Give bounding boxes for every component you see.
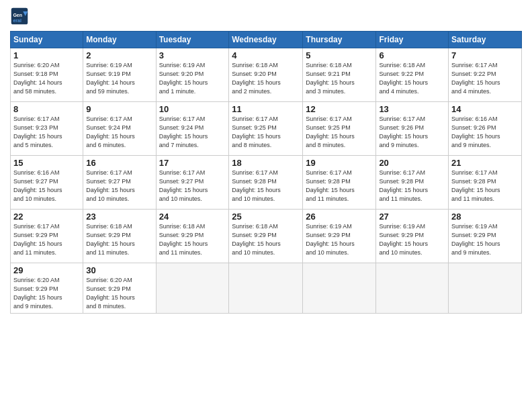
day-info: Sunrise: 6:17 AM Sunset: 9:28 PM Dayligh… — [306, 169, 373, 203]
calendar-cell — [449, 263, 522, 314]
calendar-cell: 13Sunrise: 6:17 AM Sunset: 9:26 PM Dayli… — [376, 102, 449, 156]
day-info: Sunrise: 6:17 AM Sunset: 9:28 PM Dayligh… — [451, 169, 519, 203]
calendar-week-4: 22Sunrise: 6:17 AM Sunset: 9:29 PM Dayli… — [11, 210, 522, 263]
day-info: Sunrise: 6:16 AM Sunset: 9:26 PM Dayligh… — [451, 115, 519, 150]
day-number: 30 — [86, 265, 152, 275]
calendar-cell: 28Sunrise: 6:19 AM Sunset: 9:29 PM Dayli… — [449, 210, 522, 263]
day-info: Sunrise: 6:19 AM Sunset: 9:20 PM Dayligh… — [159, 61, 226, 96]
day-info: Sunrise: 6:17 AM Sunset: 9:27 PM Dayligh… — [159, 169, 226, 203]
day-info: Sunrise: 6:17 AM Sunset: 9:23 PM Dayligh… — [13, 115, 80, 150]
calendar-cell — [376, 263, 449, 314]
day-info: Sunrise: 6:18 AM Sunset: 9:21 PM Dayligh… — [306, 61, 373, 96]
day-number: 8 — [13, 104, 80, 114]
calendar-cell: 17Sunrise: 6:17 AM Sunset: 9:27 PM Dayli… — [156, 156, 229, 210]
calendar-cell: 29Sunrise: 6:20 AM Sunset: 9:29 PM Dayli… — [11, 263, 83, 314]
day-number: 28 — [451, 212, 519, 222]
calendar-cell — [156, 263, 229, 314]
day-info: Sunrise: 6:17 AM Sunset: 9:24 PM Dayligh… — [86, 115, 152, 150]
logo: Gen eral — [10, 7, 32, 26]
day-number: 26 — [306, 212, 373, 222]
page-header: Gen eral — [10, 7, 522, 26]
day-number: 29 — [13, 265, 80, 275]
day-number: 12 — [306, 104, 373, 114]
calendar-cell: 11Sunrise: 6:17 AM Sunset: 9:25 PM Dayli… — [229, 102, 303, 156]
calendar-cell: 27Sunrise: 6:19 AM Sunset: 9:29 PM Dayli… — [376, 210, 449, 263]
calendar-cell: 15Sunrise: 6:16 AM Sunset: 9:27 PM Dayli… — [11, 156, 83, 210]
calendar-cell: 2Sunrise: 6:19 AM Sunset: 9:19 PM Daylig… — [83, 48, 156, 102]
day-info: Sunrise: 6:17 AM Sunset: 9:29 PM Dayligh… — [13, 222, 80, 257]
calendar-cell: 4Sunrise: 6:18 AM Sunset: 9:20 PM Daylig… — [229, 48, 303, 102]
day-info: Sunrise: 6:20 AM Sunset: 9:29 PM Dayligh… — [86, 276, 152, 311]
calendar-cell: 14Sunrise: 6:16 AM Sunset: 9:26 PM Dayli… — [449, 102, 522, 156]
day-info: Sunrise: 6:20 AM Sunset: 9:29 PM Dayligh… — [13, 276, 80, 311]
day-number: 15 — [13, 158, 80, 168]
col-header-thursday: Thursday — [303, 32, 376, 48]
day-number: 19 — [306, 158, 373, 168]
day-info: Sunrise: 6:18 AM Sunset: 9:22 PM Dayligh… — [379, 61, 445, 96]
day-number: 14 — [451, 104, 519, 114]
day-number: 7 — [451, 50, 519, 60]
calendar-cell: 18Sunrise: 6:17 AM Sunset: 9:28 PM Dayli… — [229, 156, 303, 210]
calendar-cell: 8Sunrise: 6:17 AM Sunset: 9:23 PM Daylig… — [11, 102, 83, 156]
day-number: 13 — [379, 104, 445, 114]
day-number: 22 — [13, 212, 80, 222]
calendar-cell: 19Sunrise: 6:17 AM Sunset: 9:28 PM Dayli… — [303, 156, 376, 210]
day-info: Sunrise: 6:18 AM Sunset: 9:20 PM Dayligh… — [232, 61, 300, 96]
day-info: Sunrise: 6:17 AM Sunset: 9:22 PM Dayligh… — [451, 61, 519, 96]
calendar-cell: 30Sunrise: 6:20 AM Sunset: 9:29 PM Dayli… — [83, 263, 156, 314]
logo-icon: Gen eral — [10, 7, 29, 26]
calendar-week-2: 8Sunrise: 6:17 AM Sunset: 9:23 PM Daylig… — [11, 102, 522, 156]
day-number: 4 — [232, 50, 300, 60]
calendar-cell: 20Sunrise: 6:17 AM Sunset: 9:28 PM Dayli… — [376, 156, 449, 210]
calendar-cell: 5Sunrise: 6:18 AM Sunset: 9:21 PM Daylig… — [303, 48, 376, 102]
day-number: 24 — [159, 212, 226, 222]
calendar-cell: 26Sunrise: 6:19 AM Sunset: 9:29 PM Dayli… — [303, 210, 376, 263]
day-info: Sunrise: 6:20 AM Sunset: 9:18 PM Dayligh… — [13, 61, 80, 96]
calendar-cell: 10Sunrise: 6:17 AM Sunset: 9:24 PM Dayli… — [156, 102, 229, 156]
day-info: Sunrise: 6:18 AM Sunset: 9:29 PM Dayligh… — [159, 222, 226, 257]
day-info: Sunrise: 6:17 AM Sunset: 9:28 PM Dayligh… — [232, 169, 300, 203]
day-number: 9 — [86, 104, 152, 114]
day-number: 3 — [159, 50, 226, 60]
calendar-cell: 6Sunrise: 6:18 AM Sunset: 9:22 PM Daylig… — [376, 48, 449, 102]
day-info: Sunrise: 6:17 AM Sunset: 9:25 PM Dayligh… — [232, 115, 300, 150]
calendar-table: SundayMondayTuesdayWednesdayThursdayFrid… — [10, 31, 522, 314]
day-number: 27 — [379, 212, 445, 222]
day-info: Sunrise: 6:19 AM Sunset: 9:29 PM Dayligh… — [451, 222, 519, 257]
calendar-cell: 24Sunrise: 6:18 AM Sunset: 9:29 PM Dayli… — [156, 210, 229, 263]
day-info: Sunrise: 6:18 AM Sunset: 9:29 PM Dayligh… — [86, 222, 152, 257]
day-info: Sunrise: 6:19 AM Sunset: 9:29 PM Dayligh… — [379, 222, 445, 257]
calendar-cell — [303, 263, 376, 314]
calendar-cell: 25Sunrise: 6:18 AM Sunset: 9:29 PM Dayli… — [229, 210, 303, 263]
day-info: Sunrise: 6:19 AM Sunset: 9:19 PM Dayligh… — [86, 61, 152, 96]
day-number: 6 — [379, 50, 445, 60]
col-header-monday: Monday — [83, 32, 156, 48]
col-header-wednesday: Wednesday — [229, 32, 303, 48]
calendar-week-1: 1Sunrise: 6:20 AM Sunset: 9:18 PM Daylig… — [11, 48, 522, 102]
day-info: Sunrise: 6:19 AM Sunset: 9:29 PM Dayligh… — [306, 222, 373, 257]
day-number: 20 — [379, 158, 445, 168]
col-header-tuesday: Tuesday — [156, 32, 229, 48]
calendar-cell: 12Sunrise: 6:17 AM Sunset: 9:25 PM Dayli… — [303, 102, 376, 156]
calendar-cell: 21Sunrise: 6:17 AM Sunset: 9:28 PM Dayli… — [449, 156, 522, 210]
day-number: 1 — [13, 50, 80, 60]
day-info: Sunrise: 6:17 AM Sunset: 9:28 PM Dayligh… — [379, 169, 445, 203]
day-info: Sunrise: 6:17 AM Sunset: 9:24 PM Dayligh… — [159, 115, 226, 150]
calendar-week-5: 29Sunrise: 6:20 AM Sunset: 9:29 PM Dayli… — [11, 263, 522, 314]
svg-text:Gen: Gen — [13, 13, 22, 17]
day-number: 5 — [306, 50, 373, 60]
calendar-cell: 1Sunrise: 6:20 AM Sunset: 9:18 PM Daylig… — [11, 48, 83, 102]
calendar-cell: 9Sunrise: 6:17 AM Sunset: 9:24 PM Daylig… — [83, 102, 156, 156]
calendar-header-row: SundayMondayTuesdayWednesdayThursdayFrid… — [11, 32, 522, 48]
calendar-cell: 22Sunrise: 6:17 AM Sunset: 9:29 PM Dayli… — [11, 210, 83, 263]
svg-text:eral: eral — [13, 18, 21, 23]
day-number: 18 — [232, 158, 300, 168]
day-number: 11 — [232, 104, 300, 114]
calendar-cell — [229, 263, 303, 314]
day-info: Sunrise: 6:16 AM Sunset: 9:27 PM Dayligh… — [13, 169, 80, 203]
day-info: Sunrise: 6:18 AM Sunset: 9:29 PM Dayligh… — [232, 222, 300, 257]
day-number: 17 — [159, 158, 226, 168]
calendar-cell: 3Sunrise: 6:19 AM Sunset: 9:20 PM Daylig… — [156, 48, 229, 102]
day-number: 21 — [451, 158, 519, 168]
day-number: 23 — [86, 212, 152, 222]
